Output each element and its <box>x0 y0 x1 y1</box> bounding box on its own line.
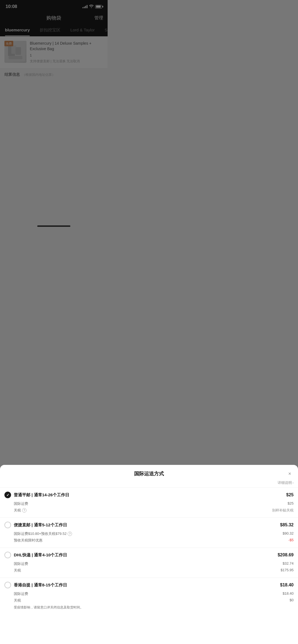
modal-overlay[interactable]: 国际运送方式 × 详细说明 › 普通平邮 | 通常14-26个工作日 $25 国… <box>0 0 108 233</box>
home-indicator <box>37 225 70 227</box>
